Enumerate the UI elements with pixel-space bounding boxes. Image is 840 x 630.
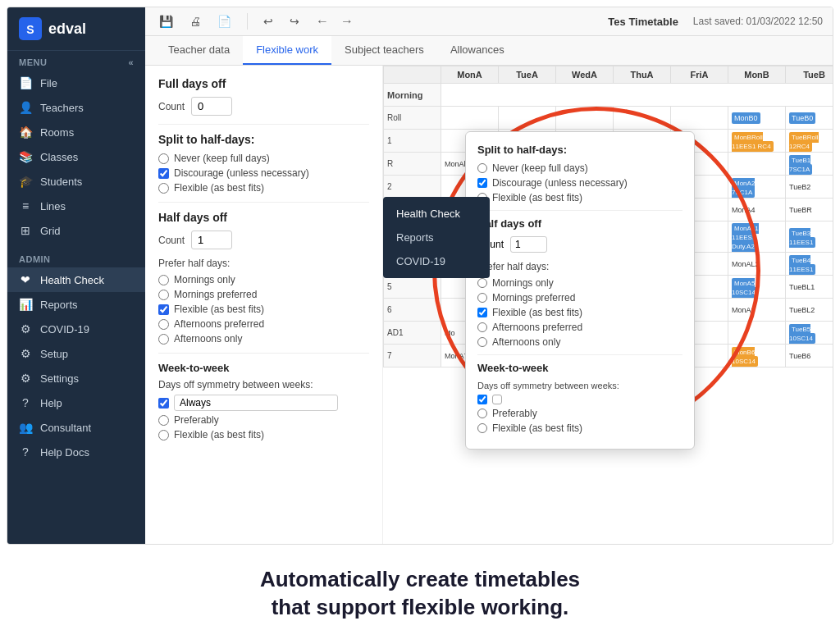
symmetry-flexible[interactable]: Flexible (as best fits)	[158, 429, 369, 441]
sidebar-item-settings[interactable]: ⚙ Settings	[7, 366, 145, 390]
popup-always	[477, 395, 682, 404]
always-input[interactable]	[174, 395, 338, 411]
popup-always-input[interactable]	[492, 395, 502, 404]
logo-text: edval	[48, 21, 86, 38]
sidebar-label-consultant: Consultant	[40, 422, 91, 434]
grid-row-ad1: AD1 Mo TueB510SC14 WedB510SC14 ThuB57SC1…	[384, 322, 833, 345]
symmetry-always[interactable]	[158, 395, 369, 411]
file-button[interactable]: 📄	[213, 12, 235, 30]
logo-icon: S	[19, 17, 42, 40]
undo-button[interactable]: ↩	[259, 12, 277, 30]
forward-button[interactable]: →	[336, 12, 358, 30]
popup-flex-week: Flexible (as best fits)	[477, 422, 682, 434]
grid-area: MonA TueA WedA ThuA FriA MonB TueB WedB …	[383, 66, 833, 544]
sidebar-item-help[interactable]: ? Help	[7, 390, 145, 415]
tab-subject-teachers[interactable]: Subject teachers	[331, 36, 437, 65]
sidebar-item-covid[interactable]: ⚙ COVID-19	[7, 317, 145, 341]
half-days-count-input[interactable]	[191, 231, 232, 249]
grid-header-mona: MonA	[441, 66, 499, 84]
sidebar-item-reports[interactable]: 📊 Reports	[7, 292, 145, 317]
sidebar: S edval MENU « 📄 File 👤 Teachers 🏠 Rooms	[7, 7, 145, 544]
full-days-count-input[interactable]	[191, 97, 232, 116]
grid-row-morning: Morning	[384, 84, 833, 107]
content-panel: Full days off Count Split to half-days: …	[145, 66, 833, 544]
prefer-radio-group: Mornings only Mornings preferred Flexibl…	[158, 274, 369, 345]
split-never[interactable]: Never (keep full days)	[158, 153, 369, 164]
sidebar-item-rooms[interactable]: 🏠 Rooms	[7, 120, 145, 144]
prefer-afternoons-preferred[interactable]: Afternoons preferred	[158, 318, 369, 330]
tab-flexible-work[interactable]: Flexible work	[243, 36, 331, 65]
divider-2	[158, 202, 369, 203]
save-button[interactable]: 💾	[155, 12, 177, 30]
sidebar-label-file: File	[40, 77, 57, 89]
prefer-mornings-only[interactable]: Mornings only	[158, 274, 369, 285]
timetable-grid: MonA TueA WedA ThuA FriA MonB TueB WedB …	[383, 66, 833, 368]
grid-header-weda: WedA	[556, 66, 614, 84]
prefer-flexible[interactable]: Flexible (as best fits)	[158, 304, 369, 315]
covid-icon: ⚙	[19, 322, 32, 336]
sidebar-item-file[interactable]: 📄 File	[7, 71, 145, 95]
back-button[interactable]: ←	[312, 12, 333, 30]
sidebar-label-teachers: Teachers	[40, 102, 84, 114]
full-days-count-label: Count	[158, 101, 185, 112]
sidebar-label-help-docs: Help Docs	[40, 446, 89, 459]
grid-row-6: 6 MonA6 TueBL2 WedBL2 ThuBL2	[384, 299, 833, 322]
grid-header-empty	[384, 66, 441, 84]
timetable-name: Tes Timetable	[608, 16, 678, 28]
symmetry-preferably[interactable]: Preferably	[158, 414, 369, 426]
row-6: 6	[384, 299, 441, 322]
prefer-afternoons-only[interactable]: Afternoons only	[158, 333, 369, 345]
sidebar-label-rooms: Rooms	[40, 126, 74, 139]
prefer-mornings-preferred[interactable]: Mornings preferred	[158, 289, 369, 300]
redo-button[interactable]: ↪	[285, 12, 304, 30]
sidebar-item-consultant[interactable]: 👥 Consultant	[7, 415, 145, 440]
half-days-title: Half days off	[158, 211, 369, 224]
sidebar-item-grid[interactable]: ⊞ Grid	[7, 218, 145, 243]
tab-teacher-data[interactable]: Teacher data	[155, 36, 243, 65]
divider-1	[158, 124, 369, 125]
sidebar-item-help-docs[interactable]: ? Help Docs	[7, 440, 145, 464]
help-docs-icon: ?	[19, 445, 32, 459]
sidebar-item-setup[interactable]: ⚙ Setup	[7, 341, 145, 366]
sidebar-item-classes[interactable]: 📚 Classes	[7, 144, 145, 169]
sidebar-item-lines[interactable]: ≡ Lines	[7, 194, 145, 218]
row-2: 2	[384, 176, 441, 199]
lines-icon: ≡	[19, 199, 32, 212]
classes-icon: 📚	[19, 150, 32, 163]
row-1: 1	[384, 130, 441, 153]
week-to-week-title: Week-to-week	[158, 362, 369, 374]
tab-bar: Teacher data Flexible work Subject teach…	[145, 36, 833, 66]
menu-header: MENU «	[7, 51, 145, 71]
split-title: Split to half-days:	[158, 133, 369, 146]
prefer-title: Prefer half days:	[158, 258, 369, 269]
file-icon: 📄	[19, 76, 32, 89]
rooms-icon: 🏠	[19, 126, 32, 139]
grid-row-R: R MonAl TueB17SC1A ThuB1	[384, 153, 833, 176]
last-saved-text: Last saved: 01/03/2022 12:50	[693, 16, 823, 27]
grid-row-roll: Roll MonB0 TueB0 WedB0 ThuB0	[384, 107, 833, 130]
tab-allowances[interactable]: Allowances	[437, 36, 518, 65]
days-off-symmetry-label: Days off symmetry between weeks:	[158, 379, 369, 390]
consultant-icon: 👥	[19, 421, 32, 434]
form-area: Full days off Count Split to half-days: …	[145, 66, 383, 544]
split-flexible[interactable]: Flexible (as best fits)	[158, 182, 369, 194]
row-ad1: AD1	[384, 322, 441, 345]
row-R: R	[384, 153, 441, 176]
sidebar-item-teachers[interactable]: 👤 Teachers	[7, 95, 145, 120]
sidebar-label-help: Help	[40, 397, 62, 409]
logo-area: S edval	[7, 7, 145, 51]
sidebar-item-health-check[interactable]: ❤ Health Check	[7, 267, 145, 292]
sidebar-item-students[interactable]: 🎓 Students	[7, 169, 145, 194]
grid-row-2: 2 MonA27SC1A TueB2 WedB27SC1A ThuB2	[384, 176, 833, 199]
split-discourage[interactable]: Discourage (unless necessary)	[158, 167, 369, 179]
grid-header-fria: FriA	[671, 66, 728, 84]
grid-header-tuea: TueA	[499, 66, 556, 84]
admin-header: ADMIN	[7, 246, 145, 267]
grid-header-thua: ThuA	[614, 66, 671, 84]
print-button[interactable]: 🖨	[185, 12, 205, 30]
row-5: 5	[384, 276, 441, 299]
main-content: 💾 🖨 📄 ↩ ↪ ← → Tes Timetable Last saved: …	[145, 7, 833, 544]
half-days-count-label: Count	[158, 235, 185, 246]
grid-row-5: 5 MonA510SC14 TueBL1 WedBL1	[384, 276, 833, 299]
popup-preferably: Preferably	[477, 408, 682, 419]
